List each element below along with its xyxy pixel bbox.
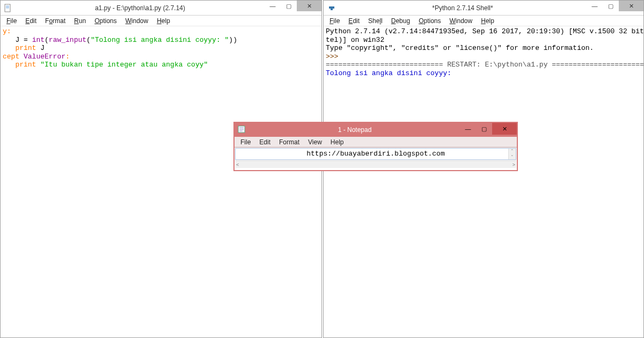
shell-window-controls: — ▢ ✕ [587, 1, 643, 15]
notepad-icon [238, 126, 246, 134]
code-keyword: cept [3, 53, 24, 61]
notepad-window: 1 - Notepad — ▢ ✕ File Edit Format View … [233, 122, 518, 171]
code-exception: ValueError [24, 53, 65, 61]
python-file-icon [4, 4, 12, 12]
shell-restart-line: ============================ RESTART: E:… [326, 61, 643, 69]
code-indent [3, 44, 15, 52]
scroll-down-icon: ˅ [511, 155, 514, 160]
menu-file[interactable]: File [326, 17, 343, 25]
shell-text: "copyright" [347, 44, 393, 52]
notepad-title: 1 - Notepad [250, 126, 460, 134]
maximize-button[interactable]: ▢ [281, 1, 297, 11]
menu-options[interactable]: Options [91, 17, 120, 25]
scroll-up-icon: ˄ [511, 149, 514, 155]
shell-titlebar[interactable]: *Python 2.7.14 Shell* — ▢ ✕ [324, 1, 643, 16]
editor-window-controls: — ▢ ✕ [265, 1, 321, 15]
code-indent [3, 36, 15, 44]
code-builtin: raw_input [49, 36, 86, 44]
shell-output-area[interactable]: Python 2.7.14 (v2.7.14:84471935ed, Sep 1… [324, 26, 643, 337]
notepad-menubar: File Edit Format View Help [235, 137, 517, 148]
menu-format[interactable]: Format [41, 17, 69, 25]
shell-input-prompt: Tolong isi angka disini coyyy: [326, 69, 456, 77]
menu-format[interactable]: Format [275, 138, 303, 146]
menu-file[interactable]: File [237, 138, 254, 146]
shell-menubar: File Edit Shell Debug Options Window Hel… [324, 16, 643, 26]
svg-rect-1 [6, 6, 9, 6]
shell-text: Type [326, 44, 347, 52]
shell-banner-line: Python 2.7.14 (v2.7.14:84471935ed, Sep 1… [326, 27, 643, 35]
code-keyword: print [15, 44, 36, 52]
notepad-content: https://buayaberdiri.blogspot.com [306, 150, 444, 158]
code-text: J [36, 44, 45, 52]
menu-debug[interactable]: Debug [387, 17, 414, 25]
menu-edit[interactable]: Edit [21, 17, 40, 25]
menu-run[interactable]: Run [70, 17, 90, 25]
svg-point-3 [330, 5, 331, 6]
close-button[interactable]: ✕ [492, 123, 517, 135]
menu-window[interactable]: Window [122, 17, 152, 25]
notepad-text-area[interactable]: https://buayaberdiri.blogspot.com ˄ ˅ [235, 148, 516, 160]
editor-title: a1.py - E:\python\a1.py (2.7.14) [16, 4, 265, 12]
menu-options[interactable]: Options [415, 17, 444, 25]
maximize-button[interactable]: ▢ [476, 123, 492, 135]
minimize-button[interactable]: — [587, 1, 603, 11]
notepad-window-controls: — ▢ ✕ [460, 123, 517, 137]
scroll-right-icon: > [513, 162, 515, 167]
menu-edit[interactable]: Edit [255, 138, 274, 146]
shell-title: *Python 2.7.14 Shell* [339, 4, 587, 12]
code-string: "Tolong isi angka disini coyyy: " [91, 36, 229, 44]
code-string: "Itu bukan tipe integer atau angka coyy" [40, 61, 208, 69]
minimize-button[interactable]: — [460, 123, 476, 135]
shell-text: or [439, 44, 456, 52]
minimize-button[interactable]: — [265, 1, 281, 11]
shell-text: , [393, 44, 401, 52]
menu-help[interactable]: Help [327, 138, 348, 146]
code-paren: ( [86, 36, 91, 44]
editor-code-area[interactable]: y: J = int(raw_input("Tolong isi angka d… [1, 26, 321, 337]
shell-prompt: >>> [326, 53, 342, 61]
code-paren: ( [45, 36, 49, 44]
menu-help[interactable]: Help [153, 17, 174, 25]
menu-window[interactable]: Window [446, 17, 477, 25]
horizontal-scrollbar[interactable]: < > [235, 160, 516, 168]
shell-banner-line: tel)] on win32 [326, 36, 384, 44]
code-builtin: int [32, 36, 45, 44]
menu-view[interactable]: View [304, 138, 326, 146]
shell-text: "license()" [456, 44, 502, 52]
code-text: J = [15, 36, 32, 44]
maximize-button[interactable]: ▢ [603, 1, 619, 11]
scroll-left-icon: < [236, 162, 239, 167]
code-keyword: y: [3, 27, 11, 35]
shell-text: "credits" [401, 44, 438, 52]
code-indent [3, 61, 15, 69]
menu-file[interactable]: File [3, 17, 20, 25]
menu-shell[interactable]: Shell [364, 17, 386, 25]
code-paren: )) [229, 36, 237, 44]
python-icon [327, 4, 335, 12]
editor-menubar: File Edit Format Run Options Window Help [1, 16, 321, 26]
vertical-scrollbar[interactable]: ˄ ˅ [508, 149, 516, 159]
shell-text: for more information. [502, 44, 594, 52]
notepad-titlebar[interactable]: 1 - Notepad — ▢ ✕ [235, 123, 517, 137]
code-keyword: print [15, 61, 36, 69]
close-button[interactable]: ✕ [297, 1, 321, 11]
menu-help[interactable]: Help [477, 17, 498, 25]
editor-titlebar[interactable]: a1.py - E:\python\a1.py (2.7.14) — ▢ ✕ [1, 1, 321, 16]
close-button[interactable]: ✕ [619, 1, 643, 11]
menu-edit[interactable]: Edit [345, 17, 363, 25]
svg-rect-2 [6, 8, 9, 8]
code-colon: : [65, 53, 70, 61]
